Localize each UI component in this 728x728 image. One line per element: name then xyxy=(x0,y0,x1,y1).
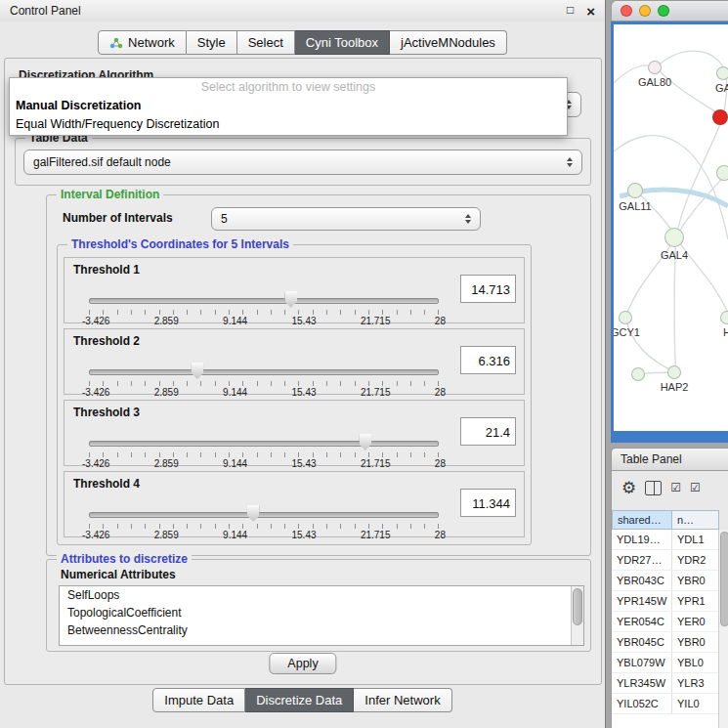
table-panel-window: ⚙ ☑ ☑ shared… n… YDL19… YDL1 YDR27… YDR2 xyxy=(611,471,728,728)
network-view-window: GAL80GAGAL11GAL4GCY1HHAP2 xyxy=(611,0,728,443)
scale-tick-label: -3.426 xyxy=(82,316,109,326)
scale-tick-label: 15.43 xyxy=(292,530,317,540)
threshold-1-value[interactable]: 14.713 xyxy=(460,275,516,303)
scale-tick-label: -3.426 xyxy=(82,387,109,398)
attribute-list-item[interactable]: BetweennessCentrality xyxy=(60,621,583,639)
interval-definition-label: Interval Definition xyxy=(57,188,163,201)
number-of-intervals-value: 5 xyxy=(221,212,228,226)
zoom-traffic-light[interactable] xyxy=(658,5,669,17)
dropdown-option-manual-discretization[interactable]: Manual Discretization xyxy=(10,97,567,115)
slider-thumb[interactable] xyxy=(247,505,260,522)
gear-icon[interactable]: ⚙ xyxy=(621,480,636,496)
node-label: HAP2 xyxy=(661,381,689,393)
tab-infer-network[interactable]: Infer Network xyxy=(354,688,451,712)
attribute-list-item[interactable]: TopologicalCoefficient xyxy=(60,604,583,621)
node-circle[interactable] xyxy=(627,183,643,198)
node-circle[interactable] xyxy=(648,61,662,74)
number-of-intervals-label: Number of Intervals xyxy=(63,211,173,225)
close-window-icon[interactable]: × xyxy=(586,4,595,19)
apply-button[interactable]: Apply xyxy=(269,653,336,674)
threshold-2-value[interactable]: 6.316 xyxy=(460,346,516,374)
combo-stepper-icon xyxy=(567,157,573,167)
table-cell: YBR0 xyxy=(672,571,719,590)
threshold-1-panel: Threshold 1 -3.4262.8599.14415.4321.7152… xyxy=(64,257,525,323)
threshold-3-value[interactable]: 21.4 xyxy=(460,417,516,446)
table-row[interactable]: YDR27… YDR2 xyxy=(612,550,719,571)
attribute-list-item[interactable]: SelfLoops xyxy=(60,586,583,604)
node-circle[interactable] xyxy=(712,109,728,125)
node-circle[interactable] xyxy=(631,367,645,381)
tab-jactivemnodules[interactable]: jActiveMNodules xyxy=(390,30,507,55)
threshold-4-slider[interactable]: -3.4262.8599.14415.4321.71528 xyxy=(82,505,446,536)
number-of-intervals-combo[interactable]: 5 xyxy=(211,207,481,231)
node-label: H xyxy=(723,326,728,338)
dropdown-option-equal-width-frequency[interactable]: Equal Width/Frequency Discretization xyxy=(10,115,567,134)
node-circle[interactable] xyxy=(720,311,728,324)
slider-thumb[interactable] xyxy=(359,434,371,450)
tab-label: Select xyxy=(248,35,283,50)
node-circle[interactable] xyxy=(716,165,728,181)
columns-icon[interactable] xyxy=(645,481,662,495)
table-panel-title: Table Panel xyxy=(621,452,682,466)
table-row[interactable]: YIL052C YIL0 xyxy=(612,694,719,714)
screen: Control Panel □ × Network Style Select C… xyxy=(0,0,728,728)
column-header-shared-name[interactable]: shared… xyxy=(612,510,672,530)
network-window-titlebar[interactable] xyxy=(611,0,728,21)
interval-definition-group: Interval Definition Number of Intervals … xyxy=(46,194,591,556)
scale-tick-label: 15.43 xyxy=(292,458,317,469)
tab-discretize-data[interactable]: Discretize Data xyxy=(245,688,354,712)
table-row[interactable]: YDL19… YDL1 xyxy=(612,530,719,550)
slider-track[interactable] xyxy=(89,369,439,375)
slider-track[interactable] xyxy=(89,441,439,447)
node-circle[interactable] xyxy=(716,66,728,80)
slider-scale: -3.4262.8599.14415.4321.71528 xyxy=(82,316,446,326)
checkbox-icon[interactable]: ☑ xyxy=(670,482,681,493)
scale-tick-label: 28 xyxy=(435,316,446,326)
slider-thumb[interactable] xyxy=(284,291,297,308)
table-row[interactable]: YPR145W YPR1 xyxy=(612,591,719,612)
threshold-2-slider[interactable]: -3.4262.8599.14415.4321.71528 xyxy=(82,363,446,394)
threshold-1-slider[interactable]: -3.4262.8599.14415.4321.71528 xyxy=(82,291,446,322)
scale-tick-label: 9.144 xyxy=(223,316,247,326)
slider-track[interactable] xyxy=(89,512,439,518)
scrollbar-thumb[interactable] xyxy=(720,532,728,626)
column-header-name[interactable]: n… xyxy=(672,510,719,530)
table-scrollbar[interactable] xyxy=(718,530,728,728)
network-canvas[interactable]: GAL80GAGAL11GAL4GCY1HHAP2 xyxy=(614,24,728,431)
slider-thumb[interactable] xyxy=(191,363,203,379)
tab-network[interactable]: Network xyxy=(98,30,187,55)
table-row[interactable]: YLR345W YLR3 xyxy=(612,673,719,694)
table-row[interactable]: YBR043C YBR0 xyxy=(612,571,719,591)
tab-style[interactable]: Style xyxy=(187,30,237,55)
node-circle[interactable] xyxy=(619,311,632,324)
attributes-scrollbar[interactable] xyxy=(571,586,583,645)
float-window-icon[interactable]: □ xyxy=(567,4,574,19)
threshold-3-slider[interactable]: -3.4262.8599.14415.4321.71528 xyxy=(82,434,446,465)
close-traffic-light[interactable] xyxy=(621,5,632,17)
checkbox-icon[interactable]: ☑ xyxy=(690,482,701,493)
node-circle[interactable] xyxy=(667,365,681,379)
scrollbar-thumb[interactable] xyxy=(573,588,582,625)
table-panel-titlebar[interactable]: Table Panel xyxy=(611,448,728,471)
table-row[interactable]: YBR045C YBR0 xyxy=(612,632,719,653)
table-row[interactable]: YER054C YER0 xyxy=(612,612,719,632)
combo-stepper-icon xyxy=(465,214,471,224)
scale-tick-label: 2.859 xyxy=(154,458,179,469)
tab-cyni-toolbox[interactable]: Cyni Toolbox xyxy=(295,30,390,55)
tab-label: Style xyxy=(197,35,226,50)
numerical-attributes-list[interactable]: SelfLoops TopologicalCoefficient Between… xyxy=(59,585,584,646)
table-data-combo[interactable]: galFiltered.sif default node xyxy=(23,150,582,175)
threshold-1-label: Threshold 1 xyxy=(73,263,140,277)
thresholds-group-label: Threshold's Coordinates for 5 Intervals xyxy=(67,237,293,251)
table-cell: YIL052C xyxy=(612,694,672,713)
node-circle[interactable] xyxy=(664,228,684,247)
slider-track[interactable] xyxy=(89,298,439,304)
tab-impute-data[interactable]: Impute Data xyxy=(152,688,245,712)
table-row[interactable]: YBL079W YBL0 xyxy=(612,653,719,673)
tab-select[interactable]: Select xyxy=(237,30,295,55)
minimize-traffic-light[interactable] xyxy=(639,5,651,17)
threshold-4-value[interactable]: 11.344 xyxy=(460,489,516,517)
slider-ticks xyxy=(89,310,439,315)
scale-tick-label: 28 xyxy=(435,458,446,469)
control-panel-titlebar: Control Panel □ × xyxy=(0,0,605,21)
